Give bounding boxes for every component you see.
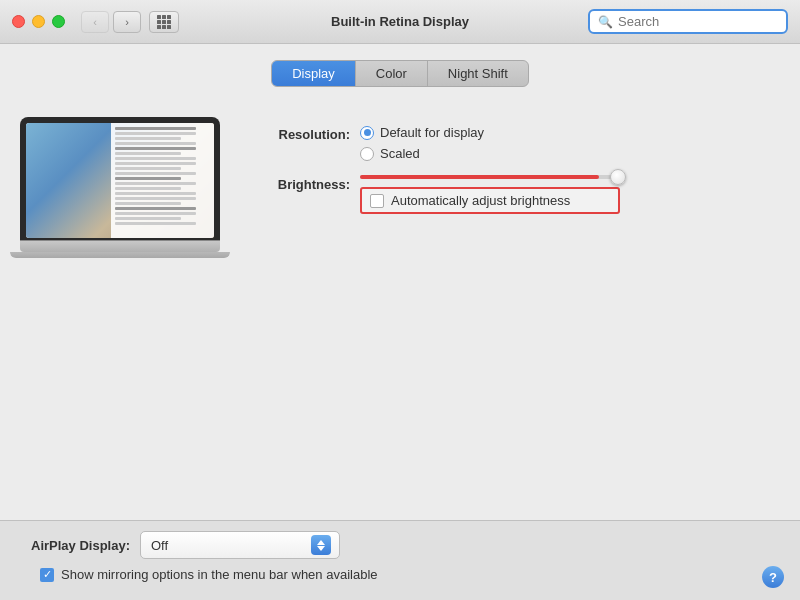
auto-brightness-checkbox-container[interactable]: Automatically adjust brightness xyxy=(360,187,620,214)
screen-line xyxy=(115,157,196,160)
screen-line xyxy=(115,152,182,155)
back-button[interactable]: ‹ xyxy=(81,11,109,33)
search-box[interactable]: 🔍 xyxy=(588,9,788,34)
traffic-lights xyxy=(12,15,65,28)
titlebar: ‹ › Built-in Retina Display 🔍 xyxy=(0,0,800,44)
maximize-button[interactable] xyxy=(52,15,65,28)
screen-line xyxy=(115,212,196,215)
grid-icon xyxy=(157,15,171,29)
laptop-base xyxy=(20,240,220,252)
bottom-bar: AirPlay Display: Off ✓ Show mirroring op… xyxy=(0,520,800,600)
screen-line xyxy=(115,162,196,165)
screen-line xyxy=(115,147,196,150)
laptop-preview xyxy=(20,117,220,258)
tab-display[interactable]: Display xyxy=(272,61,356,86)
laptop-image xyxy=(20,117,220,258)
laptop-screen-inner xyxy=(26,123,214,238)
screen-line xyxy=(115,182,196,185)
auto-brightness-checkbox[interactable] xyxy=(370,194,384,208)
brightness-thumb[interactable] xyxy=(610,169,626,185)
brightness-fill xyxy=(360,175,599,179)
resolution-default-option[interactable]: Default for display xyxy=(360,125,484,140)
screen-line xyxy=(115,217,182,220)
arrow-down-icon xyxy=(317,546,325,551)
screen-line xyxy=(115,187,182,190)
brightness-slider-container xyxy=(360,175,620,179)
laptop-screen-outer xyxy=(20,117,220,240)
arrow-up-icon xyxy=(317,540,325,545)
resolution-scaled-label: Scaled xyxy=(380,146,420,161)
mirror-row: ✓ Show mirroring options in the menu bar… xyxy=(20,567,780,582)
forward-button[interactable]: › xyxy=(113,11,141,33)
screen-line xyxy=(115,137,182,140)
brightness-slider[interactable] xyxy=(360,175,620,179)
airplay-label: AirPlay Display: xyxy=(20,538,130,553)
auto-brightness-label: Automatically adjust brightness xyxy=(391,193,570,208)
screen-line xyxy=(115,177,182,180)
airplay-value: Off xyxy=(151,538,168,553)
resolution-scaled-option[interactable]: Scaled xyxy=(360,146,484,161)
grid-view-button[interactable] xyxy=(149,11,179,33)
brightness-label: Brightness: xyxy=(250,175,350,192)
screen-line xyxy=(115,132,196,135)
display-panel: Resolution: Default for display Scaled B… xyxy=(20,107,780,268)
screen-line xyxy=(115,172,196,175)
resolution-default-label: Default for display xyxy=(380,125,484,140)
screen-line xyxy=(115,222,196,225)
resolution-default-radio[interactable] xyxy=(360,126,374,140)
resolution-label: Resolution: xyxy=(250,125,350,142)
resolution-controls: Default for display Scaled xyxy=(360,125,484,161)
airplay-select[interactable]: Off xyxy=(140,531,340,559)
screen-line xyxy=(115,197,196,200)
screen-line xyxy=(115,127,196,130)
checkmark-icon: ✓ xyxy=(43,569,52,580)
laptop-bottom xyxy=(10,252,230,258)
airplay-row: AirPlay Display: Off xyxy=(20,531,780,559)
mirror-label: Show mirroring options in the menu bar w… xyxy=(61,567,378,582)
resolution-row: Resolution: Default for display Scaled xyxy=(250,125,780,161)
screen-line xyxy=(115,142,196,145)
select-arrow-icon xyxy=(311,535,331,555)
main-content: Display Color Night Shift xyxy=(0,44,800,520)
window-title: Built-in Retina Display xyxy=(331,14,469,29)
screen-line xyxy=(115,207,196,210)
resolution-scaled-radio[interactable] xyxy=(360,147,374,161)
brightness-row: Brightness: Automatically adjust brightn… xyxy=(250,175,780,214)
screen-line xyxy=(115,167,182,170)
close-button[interactable] xyxy=(12,15,25,28)
screen-line xyxy=(115,202,182,205)
help-button[interactable]: ? xyxy=(762,566,784,588)
screen-overlay xyxy=(111,123,214,238)
nav-buttons: ‹ › xyxy=(81,11,141,33)
screen-content xyxy=(26,123,214,238)
tab-night-shift[interactable]: Night Shift xyxy=(428,61,528,86)
mirror-checkbox[interactable]: ✓ xyxy=(40,568,54,582)
brightness-controls: Automatically adjust brightness xyxy=(360,175,620,214)
screen-line xyxy=(115,192,196,195)
tabs-container: Display Color Night Shift xyxy=(20,60,780,87)
search-input[interactable] xyxy=(618,14,778,29)
minimize-button[interactable] xyxy=(32,15,45,28)
display-settings: Resolution: Default for display Scaled B… xyxy=(250,117,780,214)
tab-group: Display Color Night Shift xyxy=(271,60,529,87)
tab-color[interactable]: Color xyxy=(356,61,428,86)
search-icon: 🔍 xyxy=(598,15,613,29)
